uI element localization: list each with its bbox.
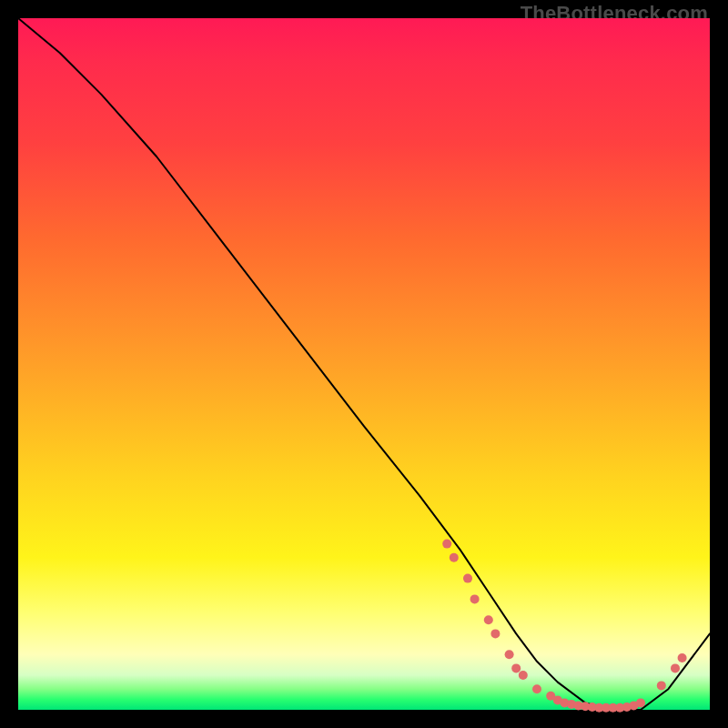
marker-dot (636, 698, 645, 707)
marker-dot (450, 553, 459, 562)
plot-area (18, 18, 710, 710)
marker-dot (532, 684, 541, 693)
marker-dot (490, 629, 500, 638)
marker-dot (671, 663, 680, 672)
marker-dot (442, 540, 451, 549)
marker-dot (463, 574, 472, 583)
chart-frame: TheBottleneck.com (0, 0, 728, 728)
marker-dot (505, 650, 514, 659)
marker-dot (484, 615, 493, 624)
marker-dot (657, 681, 666, 690)
marker-dot (511, 663, 521, 672)
marker-dot (470, 594, 480, 603)
marker-dot (678, 653, 687, 662)
marker-dot (519, 671, 528, 680)
curve-svg (18, 18, 710, 710)
bottleneck-curve (18, 18, 710, 710)
